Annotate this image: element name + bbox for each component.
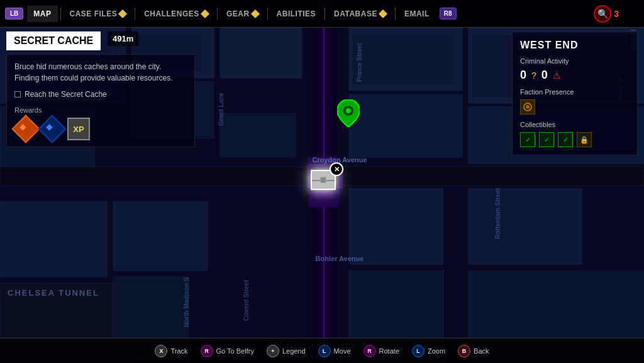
action-legend[interactable]: + Legend [267, 345, 306, 357]
tab-gear-label: GEAR [226, 9, 250, 18]
x-button[interactable]: X [155, 345, 167, 357]
svg-rect-23 [469, 189, 582, 264]
search-icon: 🔍 [594, 5, 611, 23]
district-name: WEST END [520, 40, 630, 51]
search-button[interactable]: 🔍 3 [594, 5, 619, 23]
nav-divider-1 [60, 8, 61, 20]
activity-alert-icon: ⚠ [553, 70, 561, 81]
faction-icon [520, 99, 535, 114]
right-panel: WEST END Criminal Activity 0 ? 0 ⚠ Facti… [512, 31, 638, 155]
svg-text:Bohler Avenue: Bohler Avenue [316, 255, 364, 262]
database-diamond-icon [379, 9, 387, 18]
objective-text: Reach the Secret Cache [25, 90, 107, 99]
reward-blue-inner: ◆ [46, 121, 64, 131]
tab-abilities-label: ABILITIES [277, 9, 316, 18]
nav-divider-4 [267, 8, 268, 20]
l-button-move[interactable]: L [318, 345, 331, 357]
search-count: 3 [614, 9, 619, 19]
collectibles-label: Collectibles [520, 121, 630, 128]
activity-count-left: 0 [520, 69, 526, 82]
rewards-row: ◆ ◆ XP [14, 118, 187, 140]
collectibles-row: ✓ ✓ ✓ 🔒 [520, 132, 630, 147]
rewards-label: Rewards [14, 106, 187, 114]
action-track[interactable]: X Track [155, 345, 187, 357]
plus-button[interactable]: + [267, 345, 279, 357]
rotate-label: Rotate [379, 347, 399, 355]
b-button[interactable]: B [458, 345, 470, 357]
tab-case-files-label: CASE FILES [70, 9, 118, 18]
svg-rect-18 [349, 94, 462, 157]
x-marker: ✕ [330, 162, 343, 176]
action-rotate[interactable]: R Rotate [364, 345, 399, 357]
collectible-1: ✓ [520, 132, 535, 147]
zoom-label: Zoom [428, 347, 445, 355]
svg-text:Croydon Avenue: Croydon Avenue [312, 156, 367, 164]
r-button-rotate[interactable]: R [364, 345, 376, 357]
tab-email[interactable]: EMAIL [398, 6, 436, 22]
tab-case-files[interactable]: CASE FILES [64, 6, 133, 22]
faction-presence-label: Faction Presence [520, 88, 630, 96]
objective-icon [14, 91, 21, 98]
l-button-zoom[interactable]: L [412, 345, 425, 357]
case-files-diamond-icon [118, 9, 127, 18]
nav-divider-5 [325, 8, 325, 20]
svg-text:CHELSEA TUNNEL: CHELSEA TUNNEL [8, 288, 99, 298]
criminal-activity-label: Criminal Activity [520, 57, 630, 65]
svg-point-44 [346, 108, 351, 113]
r-button-belfry[interactable]: R [201, 345, 213, 357]
svg-rect-16 [220, 113, 296, 157]
panel-objective: Reach the Secret Cache [14, 90, 187, 99]
r8-button[interactable]: R8 [440, 8, 457, 20]
svg-text:Rotterdam Street: Rotterdam Street [494, 187, 501, 239]
back-label: Back [474, 347, 489, 355]
svg-rect-19 [349, 189, 443, 264]
panel-distance: 491m [108, 31, 138, 46]
tab-map-label: MAP [33, 9, 51, 18]
reward-diamond-blue: ◆ [38, 114, 66, 143]
action-back[interactable]: B Back [458, 345, 489, 357]
action-zoom[interactable]: L Zoom [412, 345, 445, 357]
objective-marker: ✕ [311, 170, 336, 190]
tab-map[interactable]: MAP [27, 6, 57, 22]
nav-divider-2 [135, 8, 135, 20]
side-panel: SECRET CACHE 491m Bruce hid numerous cac… [6, 31, 195, 147]
lb-button[interactable]: LB [5, 8, 23, 20]
collectible-2: ✓ [539, 132, 554, 147]
tab-email-label: EMAIL [404, 9, 430, 18]
svg-rect-27 [352, 35, 453, 85]
svg-text:Covent Street: Covent Street [243, 279, 250, 321]
belfry-label: Go To Belfry [216, 347, 254, 355]
reward-diamond-orange: ◆ [11, 114, 40, 143]
reward-orange-inner: ◆ [19, 121, 37, 131]
reward-xp: XP [67, 118, 90, 140]
svg-rect-7 [113, 201, 208, 271]
gps-marker [337, 99, 360, 130]
top-nav: LB MAP CASE FILES CHALLENGES GEAR ABILIT… [0, 0, 644, 28]
track-label: Track [170, 347, 187, 355]
move-label: Move [334, 347, 351, 355]
svg-text:North Madison S: North Madison S [183, 277, 190, 327]
gear-diamond-icon [250, 9, 259, 18]
tab-challenges[interactable]: CHALLENGES [138, 6, 214, 22]
collectible-4: 🔒 [577, 132, 592, 147]
action-belfry[interactable]: R Go To Belfry [201, 345, 254, 357]
svg-text:Grant Lane: Grant Lane [218, 92, 225, 126]
tab-abilities[interactable]: ABILITIES [270, 6, 323, 22]
action-move[interactable]: L Move [318, 345, 351, 357]
panel-description: Bruce hid numerous caches around the cit… [14, 61, 187, 84]
svg-point-46 [526, 105, 530, 109]
criminal-activity-row: 0 ? 0 ⚠ [520, 69, 630, 82]
panel-rewards: Rewards ◆ ◆ XP [14, 106, 187, 140]
bottom-bar: X Track R Go To Belfry + Legend L Move R… [0, 338, 644, 363]
svg-rect-15 [220, 28, 302, 78]
panel-body: Bruce hid numerous caches around the cit… [6, 54, 195, 147]
activity-question-icon: ? [531, 70, 536, 81]
nav-divider-3 [217, 8, 218, 20]
tab-gear[interactable]: GEAR [220, 6, 265, 22]
svg-text:Prince Street: Prince Street [356, 43, 363, 82]
tab-challenges-label: CHALLENGES [144, 9, 199, 18]
tab-database[interactable]: DATABASE [328, 6, 392, 22]
challenges-diamond-icon [201, 9, 209, 18]
tab-database-label: DATABASE [334, 9, 377, 18]
nav-divider-6 [395, 8, 396, 20]
